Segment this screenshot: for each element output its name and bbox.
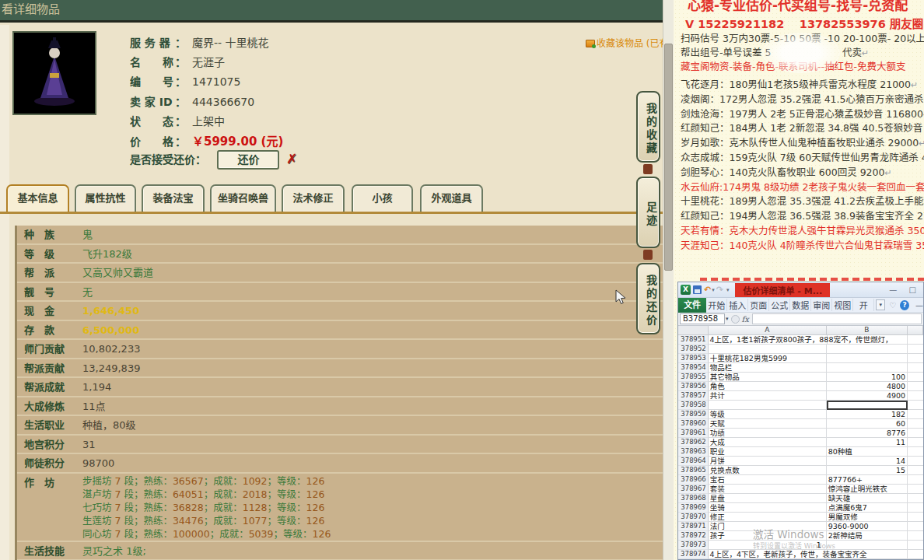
formula-input[interactable] (752, 313, 922, 324)
tab-3[interactable]: 装备法宝 (142, 184, 205, 212)
cell-a[interactable]: 兑换点数 (709, 466, 827, 475)
cell-b[interactable]: 60 (827, 419, 908, 429)
row-number[interactable]: 378963 (678, 447, 709, 457)
cell-a[interactable]: 大成 (709, 438, 827, 447)
side-tab-2[interactable]: 足迹 (636, 177, 660, 248)
cell-c[interactable] (908, 354, 923, 363)
cell-b[interactable] (827, 363, 908, 373)
cell-c[interactable] (908, 410, 923, 419)
undo-dropdown-icon[interactable]: ▾ (712, 287, 715, 293)
bargain-button[interactable]: 还价 (217, 150, 279, 170)
cell-c[interactable] (908, 335, 923, 345)
row-number[interactable]: 378965 (678, 466, 709, 475)
row-number[interactable]: 378973 (678, 541, 709, 550)
side-tab-1[interactable]: 我的收藏 (636, 91, 660, 163)
column-header-a[interactable]: A (709, 326, 827, 334)
cell-c[interactable] (908, 429, 923, 438)
cell-b[interactable]: 惊鸿容止明光铁衣 (827, 485, 908, 494)
row-number[interactable]: 378971 (678, 522, 709, 531)
cell-b[interactable]: 9360-9000 (827, 522, 908, 531)
ribbon-dropdown-icon[interactable]: ▾ (876, 299, 885, 310)
tab-6[interactable]: 小孩 (352, 184, 413, 212)
cell-b[interactable] (827, 354, 908, 363)
cell-c[interactable] (908, 494, 923, 503)
row-number[interactable]: 378959 (678, 410, 709, 419)
tab-4[interactable]: 坐骑召唤兽 (210, 184, 276, 212)
cell-c[interactable] (908, 541, 923, 550)
row-number[interactable]: 378951 (678, 335, 709, 345)
cell-b[interactable]: 182 (827, 410, 908, 419)
save-icon[interactable] (693, 285, 702, 294)
cell-a[interactable]: 功绩 (709, 429, 827, 438)
cell-a[interactable]: 1 (709, 541, 827, 550)
cell-b[interactable]: 11 (827, 438, 908, 447)
cell-a[interactable]: 4上区，4下区，老新孩子，传世，装备宝宝齐全 (709, 550, 828, 559)
cell-b[interactable]: 点满魔6鬼7 (827, 503, 908, 513)
cell-a[interactable]: 角色 (709, 382, 827, 391)
row-number[interactable]: 378952 (678, 345, 709, 354)
redo-icon[interactable]: ↷ (716, 285, 723, 295)
row-number[interactable]: 378958 (678, 401, 709, 410)
window-control-buttons[interactable]: — □ (889, 285, 921, 294)
ribbon-tab-1[interactable]: 开始 (706, 299, 727, 311)
row-number[interactable]: 378964 (678, 457, 709, 466)
cell-a[interactable]: 宝石 (709, 475, 827, 485)
ribbon-tab-2[interactable]: 插入 (727, 299, 748, 311)
ribbon-tab-6[interactable]: 审阅 (811, 299, 832, 311)
cell-a[interactable]: 4上区，1老1新孩子双800孩子，888宠不，传世燃灯， (709, 335, 828, 345)
ribbon-tab-5[interactable]: 数据 (790, 299, 811, 311)
cell-c[interactable] (908, 373, 923, 382)
cell-a[interactable]: 物品栏 (709, 363, 827, 373)
tab-7[interactable]: 外观道具 (420, 184, 483, 212)
cell-c[interactable] (908, 363, 923, 373)
cell-c[interactable] (908, 401, 923, 410)
cell-c[interactable] (908, 457, 923, 466)
help-icon[interactable]: ? (900, 300, 909, 310)
cell-c[interactable] (908, 419, 923, 429)
cell-b[interactable]: 14 (827, 457, 908, 466)
cell-c[interactable] (908, 438, 923, 447)
cell-b[interactable]: 2新神结局 (827, 531, 908, 541)
cell-b[interactable]: 100 (827, 373, 908, 382)
cell-b[interactable]: 4900 (827, 391, 908, 401)
cell-a[interactable] (709, 345, 827, 354)
cell-b[interactable]: 15 (827, 466, 908, 475)
row-number[interactable]: 378957 (678, 391, 709, 401)
row-number[interactable]: 378970 (678, 513, 709, 522)
cell-a[interactable]: 其它物品 (709, 373, 827, 382)
tab-5[interactable]: 法术修正 (282, 184, 345, 212)
row-number[interactable]: 378962 (678, 438, 709, 447)
undo-icon[interactable]: ↶ (704, 285, 711, 295)
cell-b[interactable]: 4800 (827, 382, 908, 391)
cell-a[interactable]: 套装 (709, 485, 827, 494)
qat-customize-icon[interactable]: ▾ (726, 287, 730, 293)
row-number[interactable]: 378956 (678, 382, 709, 391)
row-number[interactable]: 378955 (678, 373, 709, 382)
cell-a[interactable]: 职业 (709, 447, 827, 457)
row-number[interactable]: 378961 (678, 429, 709, 438)
name-box-dropdown-icon[interactable]: ▾ (726, 316, 729, 322)
row-number[interactable]: 378966 (678, 475, 709, 485)
fx-icon[interactable]: fx (742, 315, 749, 324)
row-number[interactable]: 378972 (678, 531, 709, 541)
cell-b[interactable]: 877766+ (827, 475, 908, 485)
file-tab[interactable]: 文件 (678, 298, 706, 313)
cell-a[interactable]: 十里桃花182男鬼5999 (709, 354, 827, 363)
excel-title-bar[interactable]: X ↶ ▾ ↷ ▾ 估价详细清单 - M... — □ (678, 282, 923, 298)
cell-b[interactable] (827, 401, 908, 410)
cell-a[interactable]: 天赋 (709, 419, 827, 429)
cell-c[interactable] (908, 503, 923, 513)
row-number[interactable]: 378968 (678, 494, 709, 503)
cell-b[interactable] (827, 345, 908, 354)
tab-1[interactable]: 基本信息 (6, 184, 69, 212)
name-box[interactable]: B378958 (680, 313, 725, 324)
ribbon-tab-7[interactable]: 视图 (832, 299, 853, 311)
cell-a[interactable]: 星盘 (709, 494, 827, 503)
favorite-item-link[interactable]: 收藏该物品 (已有 (586, 36, 663, 49)
cell-c[interactable] (908, 345, 923, 354)
select-all-corner[interactable] (678, 326, 709, 334)
cell-c[interactable] (908, 485, 923, 494)
cell-b[interactable]: 8776 (827, 429, 908, 438)
column-header-b[interactable]: B (827, 326, 908, 334)
row-number[interactable]: 378969 (678, 503, 709, 513)
